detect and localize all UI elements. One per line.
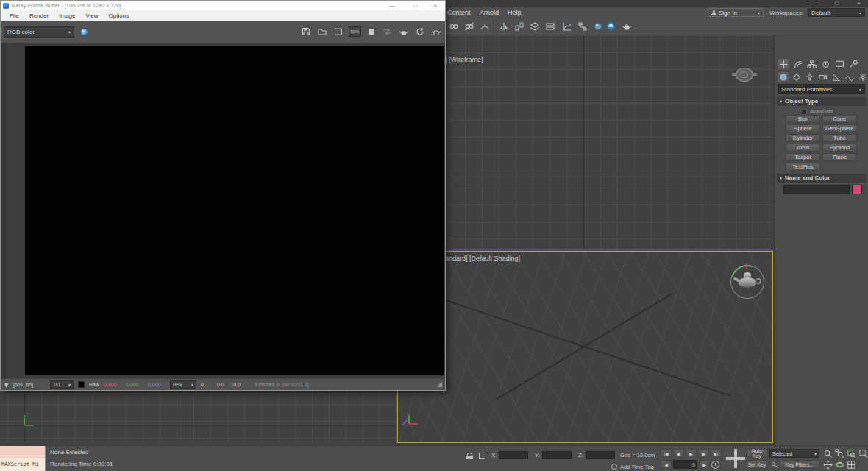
zoom-all-icon[interactable] <box>834 448 845 458</box>
zoom-badge[interactable]: 50% <box>349 26 361 37</box>
teapot-button[interactable]: Teapot <box>786 153 820 161</box>
schematic-view-icon[interactable] <box>576 20 588 32</box>
tab-create-icon[interactable] <box>778 59 789 69</box>
set-key-button[interactable]: Set Key <box>746 460 768 469</box>
object-color-swatch[interactable] <box>852 185 862 194</box>
add-time-tag[interactable]: Add Time Tag <box>620 464 654 470</box>
minimize-icon[interactable]: — <box>389 1 395 10</box>
rt-render-icon[interactable] <box>414 26 426 38</box>
material-editor-icon[interactable] <box>591 20 604 32</box>
minimize-icon[interactable]: — <box>809 0 815 7</box>
pan-icon[interactable] <box>822 459 833 470</box>
go-to-end-button[interactable]: ▶| <box>711 449 722 458</box>
srgb-globe-icon[interactable] <box>80 28 88 36</box>
object-name-input[interactable] <box>783 185 850 194</box>
category-cameras-icon[interactable] <box>817 72 828 82</box>
menu-content[interactable]: Content <box>447 7 471 18</box>
align-icon[interactable] <box>513 20 525 32</box>
teapot-object-top-view[interactable] <box>734 66 758 85</box>
y-coordinate-input[interactable] <box>542 451 572 459</box>
torus-button[interactable]: Torus <box>786 144 820 152</box>
viewport-persp-label[interactable]: andard] [Default Shading] <box>445 255 520 262</box>
plane-button[interactable]: Plane <box>822 153 857 161</box>
vfb-titlebar[interactable]: V-Ray Frame Buffer - [100.0% of 1280 x 7… <box>1 1 445 10</box>
geosphere-button[interactable]: GeoSphere <box>822 124 857 132</box>
ribbon-toggle-icon[interactable] <box>544 20 556 32</box>
load-image-icon[interactable] <box>316 26 328 38</box>
rendered-image[interactable] <box>25 46 444 375</box>
category-helpers-icon[interactable] <box>830 72 842 82</box>
time-configuration-icon[interactable] <box>711 461 719 469</box>
maxscript-mini-listener[interactable]: MAXScript Mi <box>0 446 46 471</box>
play-button[interactable]: ▶ <box>686 449 697 458</box>
cloud-render-icon[interactable] <box>605 20 617 32</box>
select-and-link-icon[interactable] <box>447 20 460 32</box>
sphere-button[interactable]: Sphere <box>786 124 820 132</box>
key-step-back-button[interactable]: ◀ <box>661 460 672 469</box>
vfb-menu-render[interactable]: Render <box>24 13 54 19</box>
z-coordinate-input[interactable] <box>586 451 615 459</box>
next-frame-button[interactable]: |▶ <box>698 449 709 458</box>
vray-frame-buffer-window[interactable]: V-Ray Frame Buffer - [100.0% of 1280 x 7… <box>0 0 446 391</box>
current-frame-field[interactable]: 0 <box>673 460 697 469</box>
tab-hierarchy-icon[interactable] <box>805 59 817 69</box>
key-mode-icon[interactable] <box>771 461 778 469</box>
previous-frame-button[interactable]: ◀| <box>673 449 684 458</box>
vfb-menu-options[interactable]: Options <box>104 13 135 19</box>
stamp-icon[interactable] <box>366 26 377 38</box>
textplus-button[interactable]: TextPlus <box>786 163 820 171</box>
object-type-rollout[interactable]: ▾ Object Type <box>777 97 866 106</box>
mirror-icon[interactable] <box>497 20 510 32</box>
tab-modify-icon[interactable] <box>791 59 803 69</box>
primitives-dropdown[interactable]: Standard Primitives ▾ <box>778 84 865 94</box>
key-filters-button[interactable]: Key Filters... <box>780 460 819 469</box>
colorspace-select[interactable]: HSV ▾ <box>170 380 196 389</box>
maxscript-listener-row[interactable]: MAXScript Mi <box>0 458 45 471</box>
maximize-viewport-icon[interactable] <box>846 459 857 470</box>
render-last-icon[interactable] <box>398 26 410 38</box>
auto-key-button[interactable]: Auto Key <box>746 449 768 458</box>
tab-motion-icon[interactable] <box>819 59 831 69</box>
go-to-start-button[interactable]: |◀ <box>661 449 672 458</box>
compare-images-icon[interactable] <box>382 26 394 38</box>
menu-help[interactable]: Help <box>508 7 522 18</box>
maximize-icon[interactable]: □ <box>413 1 417 10</box>
absolute-offset-toggle-icon[interactable] <box>479 453 485 459</box>
category-systems-icon[interactable] <box>857 72 868 82</box>
vfb-menu-view[interactable]: View <box>80 13 103 19</box>
nav-cross-icon[interactable] <box>725 448 746 469</box>
zoom-region-icon[interactable] <box>858 448 868 458</box>
tube-button[interactable]: Tube <box>822 134 857 142</box>
teapot-object[interactable] <box>728 261 769 302</box>
close-icon[interactable]: × <box>857 0 861 7</box>
viewport-top-label[interactable]: ] [Wireframe] <box>445 56 483 63</box>
resize-grip-icon[interactable] <box>437 382 442 387</box>
vfb-menu-file[interactable]: File <box>4 13 24 19</box>
vfb-menu-image[interactable]: Image <box>54 13 80 19</box>
channel-select[interactable]: RGB color ▾ <box>4 26 74 38</box>
layer-explorer-icon[interactable] <box>528 20 541 32</box>
tab-display-icon[interactable] <box>833 59 845 69</box>
cone-button[interactable]: Cone <box>822 115 857 123</box>
signin-button[interactable]: Sign In ▾ <box>708 8 764 17</box>
pyramid-button[interactable]: Pyramid <box>822 144 857 152</box>
maxscript-macro-row[interactable] <box>0 446 45 458</box>
cylinder-button[interactable]: Cylinder <box>786 134 820 142</box>
curve-editor-icon[interactable] <box>561 20 573 32</box>
selection-set-dropdown[interactable]: Selected ▾ <box>769 449 819 458</box>
category-shapes-icon[interactable] <box>791 72 802 82</box>
viewport-top[interactable]: ] [Wireframe] <box>397 35 774 249</box>
selection-lock-icon[interactable] <box>466 453 473 459</box>
render-setup-icon[interactable] <box>620 20 633 32</box>
menu-arnold[interactable]: Arnold <box>480 7 499 18</box>
key-step-forward-button[interactable]: ▶ <box>699 460 710 469</box>
vfb-canvas-area[interactable] <box>1 43 445 380</box>
zoom-select[interactable]: 1x1 ▾ <box>50 380 74 389</box>
zoom-extents-icon[interactable] <box>846 448 857 458</box>
viewport-perspective[interactable]: andard] [Default Shading] <box>397 251 773 443</box>
region-render-icon[interactable] <box>332 26 344 38</box>
x-coordinate-input[interactable] <box>499 451 528 459</box>
maximize-icon[interactable]: □ <box>835 0 839 7</box>
bind-to-spacewarp-icon[interactable] <box>478 20 491 32</box>
interactive-render-icon[interactable] <box>430 26 442 38</box>
